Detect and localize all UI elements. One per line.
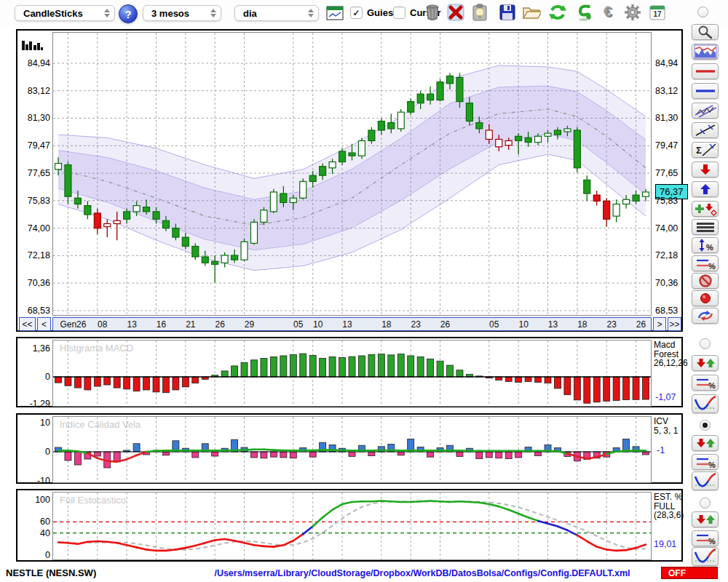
trash-button[interactable]: [423, 3, 442, 22]
chart-window-icon: [326, 6, 344, 20]
chart-type-select[interactable]: CandleSticks: [15, 5, 115, 21]
y-axis-label-right: 84,94: [655, 58, 696, 68]
add-marker-button[interactable]: [692, 201, 719, 217]
date-tick-label: Gen26: [60, 319, 86, 330]
currency-button[interactable]: €: [598, 2, 617, 21]
macd-radio[interactable]: [700, 338, 711, 349]
date-tick-label: 18: [577, 319, 587, 330]
y-axis-label-left: 81,30: [19, 113, 50, 123]
icv-panel: Indice Calidad Vela ICV 5, 3, 1 -1 100-1…: [16, 413, 683, 484]
lines-percent-icon: %: [695, 455, 716, 469]
zoom-button[interactable]: [692, 24, 719, 40]
date-tick-label: 13: [548, 319, 558, 330]
svg-text:%: %: [708, 461, 716, 469]
stochastic-radio[interactable]: [700, 498, 711, 509]
refresh-button[interactable]: [548, 3, 567, 22]
help-button[interactable]: ?: [119, 4, 138, 23]
chevron-updown-icon: [302, 9, 314, 17]
red-green-arrows-icon: [695, 513, 716, 526]
disable-button[interactable]: [692, 273, 719, 289]
channel-button[interactable]: [692, 103, 719, 119]
open-folder-icon: [522, 4, 541, 21]
save-button[interactable]: [498, 3, 517, 22]
y-axis-label-left: 84,94: [19, 58, 50, 68]
swap-refresh-button[interactable]: [692, 308, 719, 324]
nav-first-button[interactable]: <<: [19, 317, 36, 331]
sell-arrow-button[interactable]: [692, 162, 719, 178]
icv-last-value: -1: [657, 445, 665, 455]
icv-radio[interactable]: [700, 420, 711, 431]
macd-signals-button[interactable]: [692, 355, 719, 371]
calendar-button[interactable]: 17: [648, 3, 667, 22]
y-axis-label-left: 70,36: [19, 278, 50, 288]
record-button[interactable]: [692, 290, 719, 306]
icv-curve-button[interactable]: [692, 471, 719, 490]
compare-percent-button[interactable]: %: [692, 255, 719, 271]
y-axis-label-right: 68,53: [655, 306, 696, 316]
blue-hline-button[interactable]: [692, 83, 719, 99]
blue-up-arrow-icon: [698, 183, 713, 196]
lines-percent-icon: %: [695, 256, 716, 271]
sum-trendline-button[interactable]: Σ: [692, 142, 719, 158]
date-tick-label: 16: [157, 319, 166, 330]
open-file-button[interactable]: [522, 3, 541, 22]
off-toggle[interactable]: OFF: [661, 567, 718, 579]
reload-data-button[interactable]: [574, 3, 593, 22]
delete-button[interactable]: [446, 3, 465, 22]
mini-bar-chart-icon[interactable]: [22, 39, 44, 52]
clipboard-button[interactable]: [470, 3, 489, 22]
interval-select[interactable]: dia: [234, 5, 319, 21]
macd-histogram-chart[interactable]: [52, 339, 652, 407]
refresh-icon: [548, 3, 567, 22]
date-tick-label: 05: [489, 319, 499, 330]
plus-diamond-icon: [693, 202, 718, 216]
y-axis-label-left: 79,47: [19, 140, 50, 151]
settings-button[interactable]: [623, 3, 642, 22]
icv-chart[interactable]: [52, 415, 652, 483]
date-tick-label: 13: [127, 319, 136, 330]
trash-icon: [425, 4, 440, 21]
y-axis-label-left: 75,83: [19, 196, 50, 206]
y-axis-label-right: 77,65: [655, 168, 696, 178]
stochastic-chart[interactable]: [52, 491, 652, 561]
calendar-icon: 17: [649, 4, 666, 21]
sigma-trendline-icon: Σ: [694, 143, 717, 157]
chart-window-button[interactable]: [325, 4, 344, 23]
measure-vertical-button[interactable]: %: [692, 237, 719, 253]
nav-first-label: <<: [22, 319, 32, 330]
nav-prev-button[interactable]: <: [37, 317, 51, 331]
macd-percent-button[interactable]: %: [692, 375, 719, 391]
stochastic-signals-button[interactable]: [692, 511, 719, 527]
red-x-icon: [446, 3, 465, 22]
trendline-button[interactable]: [692, 122, 719, 138]
macd-curve-button[interactable]: [692, 394, 719, 413]
svg-text:%: %: [706, 243, 713, 252]
nav-last-button[interactable]: >>: [668, 317, 681, 331]
main-chart-panel: Last: 76.37 - 27/03/26 76,37 << < Gen260…: [16, 29, 683, 332]
toolbar-radio[interactable]: [697, 7, 708, 17]
chart-style-button[interactable]: [692, 44, 719, 60]
clipboard-icon: [471, 3, 488, 22]
nav-next-button[interactable]: >: [653, 317, 666, 331]
svg-text:%: %: [708, 262, 716, 271]
svg-text:%: %: [708, 537, 716, 546]
forbidden-icon: [697, 274, 713, 288]
guies-checkbox[interactable]: Guies: [350, 7, 393, 19]
trendline-icon: [694, 123, 717, 137]
icv-signals-button[interactable]: [692, 435, 719, 451]
stochastic-y-label: 60: [19, 517, 50, 527]
candlestick-chart[interactable]: [52, 32, 652, 316]
record-icon: [698, 292, 713, 305]
red-hline-button[interactable]: [692, 63, 719, 79]
rows-icon: [695, 220, 716, 234]
period-select[interactable]: 3 mesos: [143, 5, 221, 21]
svg-text:%: %: [708, 381, 716, 390]
icv-percent-button[interactable]: %: [692, 454, 719, 470]
stochastic-curve-button[interactable]: [692, 547, 719, 566]
data-table-button[interactable]: [692, 219, 719, 235]
buy-arrow-button[interactable]: [692, 181, 719, 197]
macd-y-label: 0: [19, 372, 50, 382]
date-tick-label: 23: [411, 319, 421, 330]
stochastic-percent-button[interactable]: %: [692, 530, 719, 546]
date-axis-strip[interactable]: Gen2608131621262905101318232605101318232…: [52, 317, 652, 331]
